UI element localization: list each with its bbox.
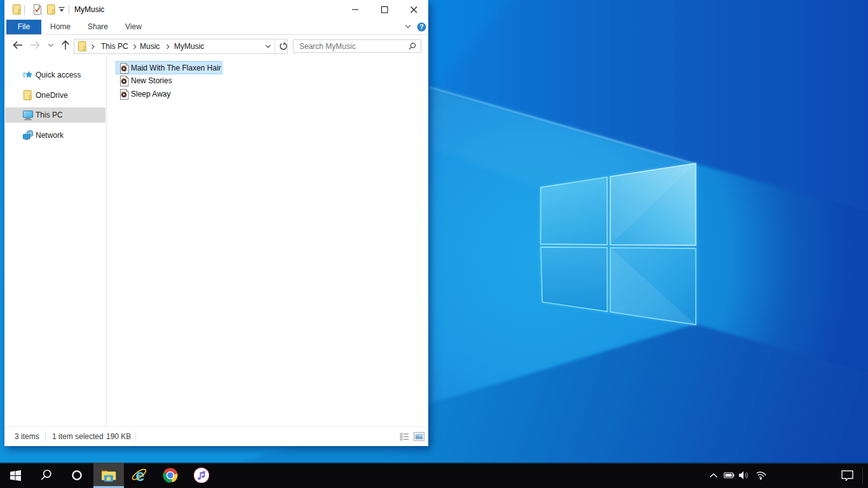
svg-text:?: ? <box>419 23 423 30</box>
